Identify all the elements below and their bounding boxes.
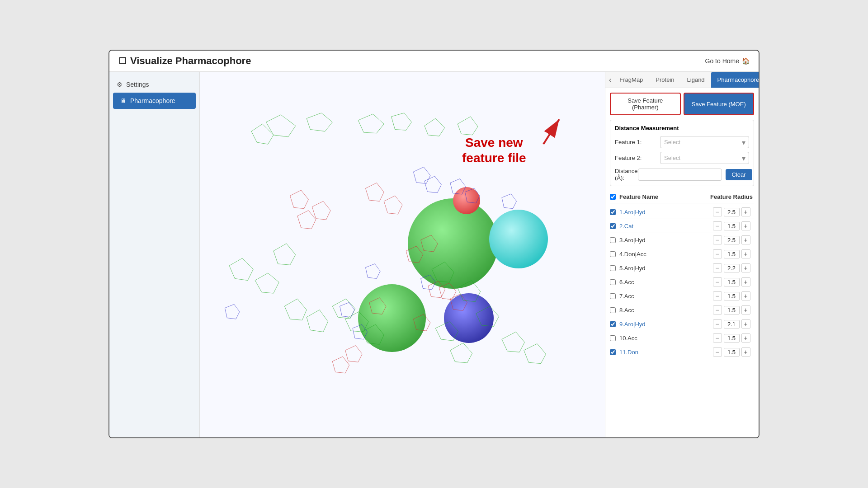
distance-input[interactable]	[638, 169, 722, 181]
distance-section-title: Distance Measurement	[615, 125, 749, 131]
svg-marker-39	[425, 176, 441, 193]
radius-minus-8[interactable]: −	[713, 305, 722, 314]
sidebar-item-pharmacophore[interactable]: 🖥 Pharmacophore	[113, 93, 196, 109]
feature-radius-ctrl-7: − +	[709, 291, 754, 300]
feature-name-6: 6.Acc	[619, 279, 709, 286]
save-pharmer-button[interactable]: Save Feature (Pharmer)	[610, 93, 681, 115]
radius-plus-7[interactable]: +	[741, 291, 750, 300]
svg-marker-12	[284, 299, 307, 320]
radius-value-6[interactable]	[724, 278, 740, 286]
svg-marker-3	[307, 113, 332, 131]
radius-minus-3[interactable]: −	[713, 235, 722, 244]
svg-marker-38	[413, 167, 430, 184]
radius-value-9[interactable]	[724, 320, 740, 328]
features-col-name: Feature Name	[619, 193, 709, 200]
tab-protein[interactable]: Protein	[649, 72, 680, 88]
save-moe-button[interactable]: Save Feature (MOE)	[684, 93, 755, 115]
save-buttons-row: Save Feature (Pharmer) Save Feature (MOE…	[610, 93, 754, 115]
go-home-label: Go to Home	[705, 57, 739, 65]
tab-ligand[interactable]: Ligand	[681, 72, 711, 88]
feature-checkbox-2[interactable]	[610, 223, 616, 229]
radius-plus-4[interactable]: +	[741, 249, 750, 258]
radius-value-1[interactable]	[724, 208, 740, 216]
feature-radius-ctrl-3: − +	[709, 235, 754, 244]
svg-marker-10	[255, 273, 279, 293]
radius-value-11[interactable]	[724, 348, 740, 357]
feature-checkbox-4[interactable]	[610, 251, 616, 257]
features-list: 1.Aro|Hyd − + 2.Cat − + 3.Aro|Hyd − + 4.…	[610, 205, 754, 359]
radius-minus-10[interactable]: −	[713, 333, 722, 343]
tab-fragmap[interactable]: FragMap	[613, 72, 649, 88]
feature2-select[interactable]: Select	[660, 152, 749, 164]
svg-marker-13	[307, 310, 328, 332]
app-frame: ☐ Visualize Pharmacophore Go to Home 🏠 ⚙…	[108, 50, 760, 438]
clear-button[interactable]: Clear	[726, 169, 752, 180]
feature-checkbox-1[interactable]	[610, 209, 616, 215]
feature-checkbox-11[interactable]	[610, 349, 616, 355]
svg-marker-8	[458, 117, 478, 135]
radius-minus-7[interactable]: −	[713, 291, 722, 300]
feature-checkbox-7[interactable]	[610, 293, 616, 299]
radius-plus-9[interactable]: +	[741, 319, 750, 328]
tab-pharmacophore[interactable]: Pharmacophore	[711, 72, 759, 88]
radius-plus-11[interactable]: +	[741, 347, 750, 357]
sidebar: ⚙ Settings 🖥 Pharmacophore	[109, 72, 200, 437]
radius-value-8[interactable]	[724, 306, 740, 314]
radius-plus-10[interactable]: +	[741, 333, 750, 343]
radius-plus-6[interactable]: +	[741, 277, 750, 286]
svg-marker-47	[225, 304, 240, 319]
radius-value-2[interactable]	[724, 222, 740, 230]
feature2-row: Feature 2: Select	[615, 152, 749, 164]
features-header: Feature Name Feature Radius	[610, 191, 754, 203]
feature1-row: Feature 1: Select	[615, 136, 749, 148]
panel-body: Save Feature (Pharmer) Save Feature (MOE…	[605, 88, 759, 437]
go-home-button[interactable]: Go to Home 🏠	[705, 57, 750, 65]
svg-marker-17	[502, 332, 525, 352]
radius-plus-8[interactable]: +	[741, 305, 750, 314]
feature-checkbox-8[interactable]	[610, 307, 616, 313]
feature-checkbox-10[interactable]	[610, 335, 616, 341]
radius-value-3[interactable]	[724, 236, 740, 244]
svg-marker-9	[229, 258, 253, 281]
radius-value-4[interactable]	[724, 250, 740, 258]
feature-name-11: 11.Don	[619, 349, 709, 356]
feature-radius-ctrl-4: − +	[709, 249, 754, 258]
feature-row-11: 11.Don − +	[610, 345, 754, 359]
radius-minus-6[interactable]: −	[713, 277, 722, 286]
radius-plus-3[interactable]: +	[741, 235, 750, 244]
radius-value-10[interactable]	[724, 334, 740, 343]
feature1-select-wrap: Select	[660, 136, 749, 148]
feature-radius-ctrl-5: − +	[709, 263, 754, 272]
radius-plus-1[interactable]: +	[741, 207, 750, 216]
feature-checkbox-5[interactable]	[610, 265, 616, 271]
radius-minus-5[interactable]: −	[713, 263, 722, 272]
radius-value-7[interactable]	[724, 292, 740, 300]
radius-minus-11[interactable]: −	[713, 347, 722, 357]
radius-minus-9[interactable]: −	[713, 319, 722, 328]
svg-marker-36	[332, 357, 349, 373]
radius-minus-2[interactable]: −	[713, 221, 722, 230]
feature-row-9: 9.Aro|Hyd − +	[610, 317, 754, 331]
sidebar-item-settings[interactable]: ⚙ Settings	[109, 76, 199, 93]
feature-checkbox-9[interactable]	[610, 321, 616, 327]
svg-marker-27	[366, 183, 384, 202]
main-content: ⚙ Settings 🖥 Pharmacophore Save newfeatu…	[109, 72, 759, 437]
feature1-select[interactable]: Select	[660, 136, 749, 148]
svg-marker-6	[392, 113, 412, 130]
radius-plus-5[interactable]: +	[741, 263, 750, 272]
green-sphere-medium	[358, 284, 426, 352]
blue-sphere	[444, 293, 494, 343]
features-all-checkbox[interactable]	[610, 194, 616, 200]
feature-row-6: 6.Acc − +	[610, 275, 754, 289]
feature-checkbox-6[interactable]	[610, 279, 616, 285]
feature-checkbox-3[interactable]	[610, 237, 616, 243]
annotation-text: Save newfeature file	[462, 135, 526, 165]
radius-plus-2[interactable]: +	[741, 221, 750, 230]
radius-value-5[interactable]	[724, 264, 740, 272]
feature-name-2: 2.Cat	[619, 223, 709, 230]
right-panel: ‹ FragMap Protein Ligand Pharmacophore ›…	[605, 72, 759, 437]
tab-prev-button[interactable]: ‹	[607, 72, 613, 88]
radius-minus-1[interactable]: −	[713, 207, 722, 216]
svg-marker-42	[502, 194, 517, 209]
radius-minus-4[interactable]: −	[713, 249, 722, 258]
